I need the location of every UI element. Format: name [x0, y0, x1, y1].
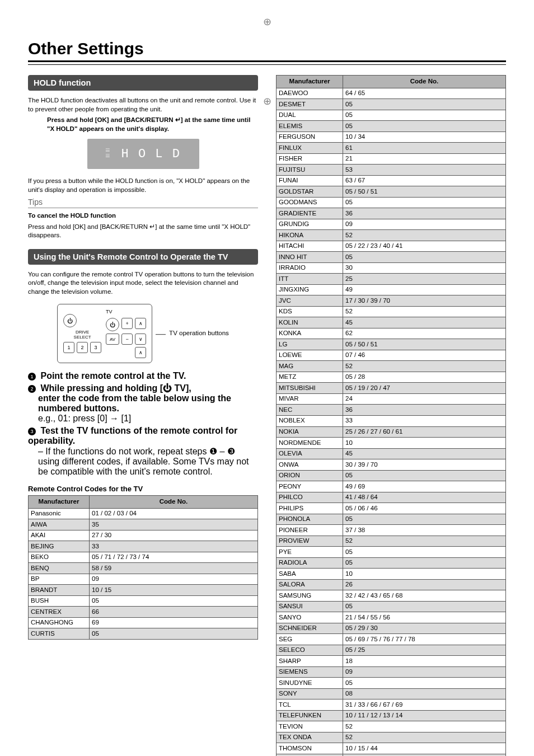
- code-cell: 05: [90, 595, 258, 607]
- manufacturer-cell: TCL: [277, 699, 343, 711]
- manufacturer-cell: PROVIEW: [277, 536, 343, 547]
- manufacturer-cell: DAEWOO: [277, 88, 343, 99]
- table-row: JINGXING49: [277, 284, 506, 295]
- manufacturer-cell: BENQ: [29, 563, 90, 574]
- code-cell: 61: [343, 143, 506, 154]
- table-row: NORDMENDE10: [277, 438, 506, 449]
- th-manufacturer: Manufacturer: [277, 76, 343, 88]
- table-row: ONWA30 / 39 / 70: [277, 459, 506, 471]
- manufacturer-cell: SEG: [277, 634, 343, 645]
- code-cell: 10 / 15: [90, 585, 258, 596]
- manufacturer-cell: CHANGHONG: [29, 617, 90, 628]
- table-row: NOKIA25 / 26 / 27 / 60 / 61: [277, 426, 506, 438]
- manufacturer-cell: FUNAI: [277, 175, 343, 186]
- code-cell: 27 / 30: [90, 530, 258, 541]
- code-cell: 33: [90, 541, 258, 552]
- table-row: GRUNDIG09: [277, 219, 506, 230]
- code-cell: 05 / 50 / 51: [343, 186, 506, 198]
- code-cell: 05 / 25: [343, 645, 506, 656]
- table-row: SEG05 / 69 / 75 / 76 / 77 / 78: [277, 634, 506, 645]
- table-row: INNO HIT05: [277, 252, 506, 263]
- table-row: PIONEER37 / 38: [277, 525, 506, 536]
- table-row: ELEMIS05: [277, 121, 506, 132]
- hold-instruction-block: Press and hold [OK] and [BACK/RETURN ↵] …: [28, 116, 258, 133]
- av-button-icon: AV: [106, 334, 119, 345]
- table-row: PROVIEW52: [277, 536, 506, 547]
- table-row: NOBLEX33: [277, 415, 506, 426]
- code-cell: 05: [343, 99, 506, 110]
- manufacturer-cell: SANSUI: [277, 601, 343, 612]
- table-row: GOODMANS05: [277, 197, 506, 208]
- table-row: BEJING33: [29, 541, 258, 552]
- codes-table-right: Manufacturer Code No. DAEWOO64 / 65DESME…: [276, 75, 506, 756]
- table-row: SABA10: [277, 569, 506, 580]
- manufacturer-cell: PHILCO: [277, 492, 343, 503]
- vol-minus-icon: −: [121, 334, 133, 345]
- manufacturer-cell: KOLIN: [277, 317, 343, 328]
- table-row: BP09: [29, 574, 258, 585]
- table-row: Panasonic01 / 02 / 03 / 04: [29, 508, 258, 519]
- manufacturer-cell: LG: [277, 339, 343, 350]
- table-row: AIWA35: [29, 519, 258, 530]
- manufacturer-cell: GOODMANS: [277, 197, 343, 208]
- table-row: SANYO21 / 54 / 55 / 56: [277, 612, 506, 623]
- display-text: H O L D: [121, 147, 180, 161]
- code-cell: 05 / 22 / 23 / 40 / 41: [343, 241, 506, 252]
- code-cell: 05: [343, 252, 506, 263]
- code-cell: 05: [343, 678, 506, 689]
- two-column-layout: HOLD function The HOLD function deactiva…: [28, 75, 506, 756]
- hold-after-text: If you press a button while the HOLD fun…: [28, 177, 258, 194]
- table-row: CURTIS05: [29, 628, 258, 640]
- table-row: SELECO05 / 25: [277, 645, 506, 656]
- code-cell: 52: [343, 306, 506, 317]
- manufacturer-cell: BEJING: [29, 541, 90, 552]
- code-cell: 36: [343, 208, 506, 219]
- manufacturer-cell: AIWA: [29, 519, 90, 530]
- manufacturer-cell: ITT: [277, 274, 343, 285]
- manufacturer-cell: BP: [29, 574, 90, 585]
- num-3-button-icon: 3: [90, 342, 101, 353]
- code-cell: 05 / 71 / 72 / 73 / 74: [90, 552, 258, 563]
- manufacturer-cell: PHONOLA: [277, 514, 343, 525]
- code-cell: 66: [90, 607, 258, 618]
- manufacturer-cell: MAG: [277, 361, 343, 372]
- manufacturer-cell: SABA: [277, 569, 343, 580]
- table-row: NEC36: [277, 405, 506, 416]
- th-code: Code No.: [343, 76, 506, 88]
- code-cell: 10 / 34: [343, 132, 506, 143]
- ch-up-icon: ∧: [135, 318, 146, 329]
- manufacturer-cell: SCHNEIDER: [277, 623, 343, 634]
- code-cell: 37 / 38: [343, 525, 506, 536]
- code-cell: 05: [343, 514, 506, 525]
- table-row: PEONY49 / 69: [277, 481, 506, 492]
- code-cell: 25: [343, 274, 506, 285]
- remote-illustration-row: ⏻ DRIVESELECT 1 2 3 TV ⏻ +: [28, 304, 258, 363]
- manufacturer-cell: ELEMIS: [277, 121, 343, 132]
- hold-section-bar: HOLD function: [28, 75, 258, 91]
- remote-caption: TV operation buttons: [169, 330, 229, 337]
- manufacturer-cell: TEVION: [277, 721, 343, 732]
- manufacturer-cell: IRRADIO: [277, 262, 343, 274]
- code-cell: 25 / 26 / 27 / 60 / 61: [343, 426, 506, 438]
- table-row: TEX ONDA52: [277, 732, 506, 743]
- code-cell: 52: [343, 361, 506, 372]
- code-cell: 35: [90, 519, 258, 530]
- code-cell: 52: [343, 732, 506, 743]
- th-manufacturer: Manufacturer: [29, 496, 90, 509]
- code-cell: 05: [343, 197, 506, 208]
- num-2-button-icon: 2: [77, 342, 88, 353]
- manufacturer-cell: MITSUBISHI: [277, 383, 343, 394]
- manufacturer-cell: FUJITSU: [277, 165, 343, 176]
- table-row: THOMSON10 / 15 / 44: [277, 743, 506, 754]
- step-3-subnote: – If the functions do not work, repeat s…: [28, 446, 258, 477]
- code-cell: 21 / 54 / 55 / 56: [343, 612, 506, 623]
- table-row: TELEFUNKEN10 / 11 / 12 / 13 / 14: [277, 710, 506, 721]
- step-2-text-b: enter the code from the table below usin…: [28, 393, 258, 414]
- manufacturer-cell: PYE: [277, 547, 343, 558]
- code-cell: 05: [90, 628, 258, 640]
- manufacturer-cell: GOLDSTAR: [277, 186, 343, 198]
- table-row: BENQ58 / 59: [29, 563, 258, 574]
- table-row: BUSH05: [29, 595, 258, 607]
- table-row: SHARP18: [277, 656, 506, 667]
- manufacturer-cell: BUSH: [29, 595, 90, 607]
